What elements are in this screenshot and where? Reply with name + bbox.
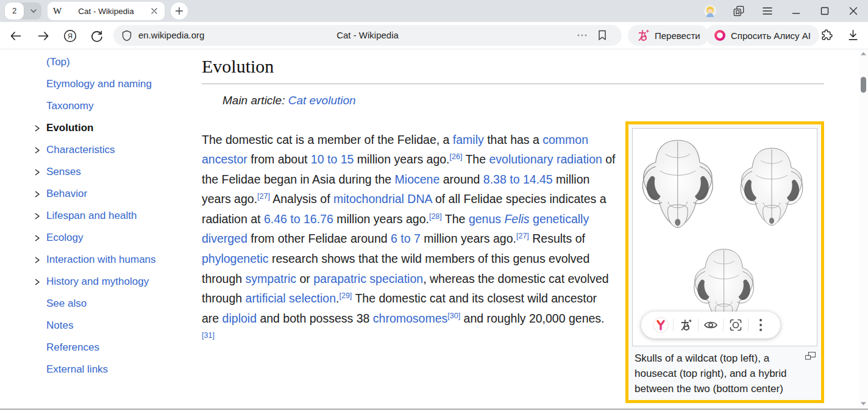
figure-image[interactable]	[632, 128, 817, 346]
reference-link[interactable]: [29]	[339, 291, 352, 300]
image-search-icon[interactable]	[728, 317, 744, 333]
sidebar-item-label[interactable]: Notes	[46, 320, 73, 331]
profile-avatar[interactable]	[704, 5, 716, 17]
chevron-right-icon[interactable]	[33, 168, 41, 176]
sidebar-item-label[interactable]: Behavior	[46, 188, 87, 199]
sidebar-item-label[interactable]: Interaction with humans	[46, 254, 156, 265]
address-page-title: Cat - Wikipedia	[113, 25, 622, 46]
sidebar-item-notes[interactable]: Notes	[34, 315, 196, 337]
sidebar-item-label[interactable]: Etymology and naming	[46, 78, 152, 90]
ask-alice-button[interactable]: Спросить Алису AI	[705, 25, 819, 46]
yandex-home-icon[interactable]: Я	[63, 29, 77, 43]
article-link[interactable]: Felis	[504, 212, 529, 226]
browser-tab[interactable]: W Cat - Wikipedia	[48, 2, 165, 20]
scroll-down-icon[interactable]	[860, 401, 867, 406]
sidebar-item-label[interactable]: See also	[46, 298, 87, 309]
article-link[interactable]: sympatric	[246, 272, 296, 285]
chevron-right-icon[interactable]	[33, 190, 41, 198]
chevron-right-icon[interactable]	[33, 146, 41, 154]
new-tab-button[interactable]	[171, 2, 188, 20]
article-link[interactable]: parapatric speciation	[313, 272, 423, 285]
article-link[interactable]: genus	[469, 212, 501, 226]
reference-link[interactable]: [31]	[202, 331, 215, 340]
forward-button[interactable]	[37, 29, 50, 43]
sidebar-item-lifespan-and-health[interactable]: Lifespan and health	[34, 205, 196, 227]
address-bar[interactable]: en.wikipedia.org Cat - Wikipedia	[113, 25, 622, 46]
article-link[interactable]: evolutionary radiation	[489, 152, 602, 166]
tab-close-icon[interactable]	[149, 6, 159, 16]
translate-button[interactable]: Перевести	[628, 25, 709, 46]
more-options-icon[interactable]	[577, 30, 588, 40]
article-link[interactable]: 6 to 7	[391, 232, 421, 245]
sidebar-item-label[interactable]: Characteristics	[46, 144, 115, 155]
tab-counter[interactable]: 2	[5, 2, 24, 20]
article-link[interactable]: chromosomes	[373, 312, 447, 325]
downloads-icon[interactable]	[847, 29, 860, 42]
sidebar-item-label[interactable]: Ecology	[46, 232, 83, 243]
article-link[interactable]: 6.46 to 16.76	[264, 212, 333, 226]
tab-counter-group[interactable]: 2	[5, 2, 41, 20]
sidebar-item-label[interactable]: External links	[46, 363, 108, 375]
article-link[interactable]: family	[453, 133, 484, 146]
chevron-right-icon[interactable]	[33, 234, 41, 242]
article-link[interactable]: phylogenetic	[202, 252, 269, 265]
sidebar-item-ecology[interactable]: Ecology	[34, 227, 196, 249]
article-link[interactable]: mitochondrial DNA	[333, 192, 432, 206]
article-link[interactable]: 8.38 to 14.45	[483, 173, 553, 186]
enlarge-icon[interactable]	[805, 352, 816, 360]
sidebar-item-label[interactable]: (Top)	[46, 56, 70, 68]
bookmark-icon[interactable]	[597, 29, 607, 41]
sidebar-item-label[interactable]: Senses	[46, 166, 81, 177]
reference-superscript: [30]	[447, 311, 460, 320]
sidebar-item-behavior[interactable]: Behavior	[34, 183, 196, 205]
sidebar-item-label[interactable]: Lifespan and health	[46, 210, 137, 221]
back-button[interactable]	[9, 29, 23, 43]
scrollbar-thumb[interactable]	[861, 77, 866, 93]
reference-link[interactable]: [27]	[516, 232, 529, 240]
sidebar-item-characteristics[interactable]: Characteristics	[34, 139, 196, 161]
extensions-icon[interactable]	[820, 29, 833, 42]
article-link[interactable]: 10 to 15	[311, 152, 354, 166]
reference-link[interactable]: [26]	[450, 152, 463, 161]
translate-image-icon[interactable]	[678, 317, 694, 333]
sidebar-item-label[interactable]: Evolution	[46, 122, 93, 134]
reference-link[interactable]: [27]	[257, 192, 270, 201]
main-article-link[interactable]: Cat evolution	[288, 94, 356, 107]
tab-panels-icon[interactable]	[733, 5, 745, 17]
chevron-right-icon[interactable]	[33, 124, 41, 132]
sidebar-item-interaction-with-humans[interactable]: Interaction with humans	[34, 249, 196, 271]
sidebar-item-label[interactable]: History and mythology	[46, 276, 149, 287]
sidebar-item-external-links[interactable]: External links	[34, 359, 196, 381]
menu-icon[interactable]	[761, 5, 774, 17]
chevron-down-icon[interactable]	[30, 8, 37, 14]
close-window-button[interactable]	[847, 5, 859, 17]
eye-icon[interactable]	[703, 317, 719, 333]
vertical-scrollbar[interactable]	[859, 49, 868, 408]
sidebar-item-taxonomy[interactable]: Taxonomy	[34, 95, 196, 117]
chevron-right-icon[interactable]	[33, 212, 41, 220]
reference-link[interactable]: [28]	[429, 212, 442, 220]
chevron-right-icon[interactable]	[33, 256, 41, 264]
sidebar-item-see-also[interactable]: See also	[34, 293, 196, 315]
more-dots-icon[interactable]	[753, 317, 769, 333]
sidebar-item-references[interactable]: References	[34, 337, 196, 359]
chevron-right-icon[interactable]	[33, 278, 41, 286]
sidebar-item-label[interactable]: References	[46, 341, 99, 353]
scroll-up-icon[interactable]	[860, 51, 867, 56]
sidebar-item-senses[interactable]: Senses	[34, 161, 196, 183]
maximize-button[interactable]	[819, 5, 831, 17]
article-link[interactable]: diploid	[222, 312, 257, 325]
minimize-button[interactable]	[790, 5, 802, 17]
translate-button-label: Перевести	[655, 30, 700, 41]
article-link[interactable]: artificial selection	[246, 291, 336, 305]
sidebar-item-history-and-mythology[interactable]: History and mythology	[34, 271, 196, 293]
reference-link[interactable]: [30]	[447, 311, 460, 320]
article-link[interactable]: Miocene	[395, 173, 440, 186]
tab-title: Cat - Wikipedia	[65, 7, 147, 16]
sidebar-item-etymology-and-naming[interactable]: Etymology and naming	[34, 73, 196, 95]
sidebar-item-label[interactable]: Taxonomy	[46, 100, 93, 112]
sidebar-item-evolution[interactable]: Evolution	[34, 117, 196, 139]
yandex-logo-icon[interactable]	[653, 317, 669, 333]
sidebar-item-top[interactable]: (Top)	[34, 51, 196, 73]
reload-button[interactable]	[90, 29, 104, 43]
